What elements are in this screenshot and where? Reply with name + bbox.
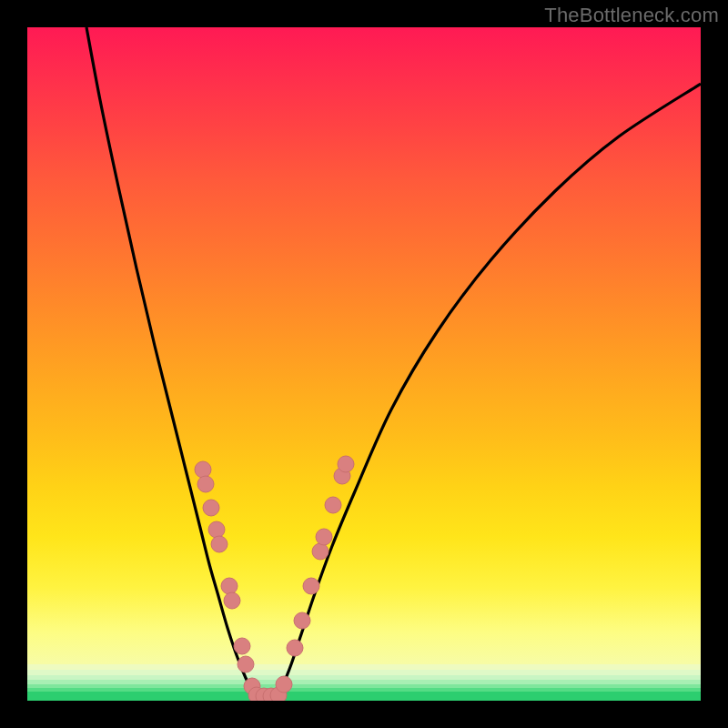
markers-layer <box>27 27 701 701</box>
chart-frame: TheBottleneck.com <box>0 0 728 728</box>
marker-dot <box>208 521 225 538</box>
marker-dot <box>303 578 319 594</box>
marker-dot <box>224 592 240 609</box>
marker-dot <box>195 461 211 478</box>
marker-dot <box>197 476 214 492</box>
marker-dot <box>234 638 250 654</box>
plot-area <box>27 27 701 701</box>
marker-dot <box>221 578 238 594</box>
marker-dot <box>294 612 310 629</box>
marker-dot <box>325 497 341 513</box>
marker-group <box>195 456 354 701</box>
marker-dot <box>312 543 329 560</box>
marker-dot <box>287 640 303 656</box>
marker-dot <box>211 536 228 552</box>
watermark-text: TheBottleneck.com <box>544 4 719 27</box>
marker-dot <box>338 456 354 472</box>
marker-dot <box>276 676 292 693</box>
marker-dot <box>316 529 332 545</box>
marker-dot <box>238 656 254 672</box>
marker-dot <box>203 500 219 516</box>
